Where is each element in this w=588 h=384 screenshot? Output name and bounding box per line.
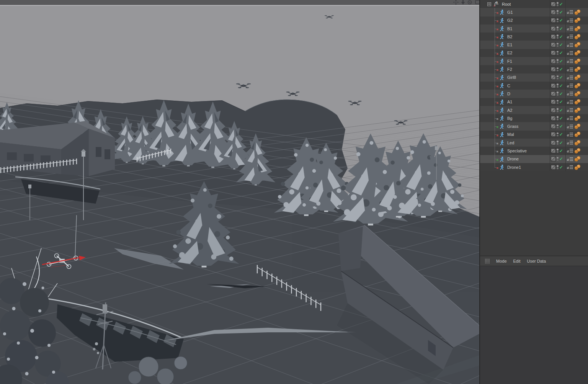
object-row[interactable]: a Drone1 ✓ a <box>480 163 588 171</box>
material-tag-icon[interactable] <box>574 156 581 162</box>
vertex-map-tag-icon[interactable]: a <box>567 108 573 113</box>
material-tag-icon[interactable] <box>574 107 581 113</box>
object-row[interactable]: a Speclative ✓ a <box>480 147 588 155</box>
vertex-map-tag-icon[interactable]: a <box>567 116 573 121</box>
enabled-check-icon[interactable]: ✓ <box>559 2 563 7</box>
layer-swatch[interactable] <box>551 2 556 7</box>
object-row[interactable]: a Girl8 ✓ a <box>480 74 588 82</box>
menu-edit[interactable]: Edit <box>513 259 521 263</box>
visibility-toggles[interactable] <box>557 91 559 96</box>
vertex-map-tag-icon[interactable]: a <box>567 124 573 129</box>
layer-swatch[interactable] <box>551 157 556 162</box>
object-row[interactable]: a Mal ✓ a <box>480 131 588 139</box>
object-row[interactable]: a C ✓ a <box>480 82 588 90</box>
visibility-toggles[interactable] <box>557 2 559 7</box>
expand-collapse-icon[interactable] <box>487 2 491 6</box>
visibility-toggles[interactable] <box>557 67 559 72</box>
enabled-check-icon[interactable]: ✓ <box>559 116 563 121</box>
material-tag-icon[interactable] <box>574 34 581 39</box>
object-manager-panel[interactable]: 0 a Root ✓ a <box>480 0 588 256</box>
visibility-toggles[interactable] <box>557 140 559 145</box>
layer-swatch[interactable] <box>551 91 556 96</box>
object-row[interactable]: a F1 ✓ a <box>480 57 588 65</box>
material-tag-icon[interactable] <box>574 115 581 121</box>
enabled-check-icon[interactable]: ✓ <box>559 10 563 15</box>
visibility-toggles[interactable] <box>557 132 559 137</box>
enabled-check-icon[interactable]: ✓ <box>559 18 563 23</box>
vertex-map-tag-icon[interactable]: a <box>567 165 573 170</box>
layer-swatch[interactable] <box>551 75 556 80</box>
layer-swatch[interactable] <box>551 116 556 121</box>
object-row-root[interactable]: 0 a Root ✓ <box>480 0 588 8</box>
visibility-toggles[interactable] <box>557 99 559 105</box>
enabled-check-icon[interactable]: ✓ <box>559 108 563 113</box>
enabled-check-icon[interactable]: ✓ <box>559 83 563 88</box>
visibility-toggles[interactable] <box>557 75 559 80</box>
vertex-map-tag-icon[interactable]: a <box>567 148 573 154</box>
material-tag-icon[interactable] <box>574 132 581 137</box>
layer-swatch[interactable] <box>551 165 556 170</box>
layer-swatch[interactable] <box>551 34 556 39</box>
object-row[interactable]: a E2 ✓ a <box>480 49 588 57</box>
material-tag-icon[interactable] <box>574 42 581 48</box>
layer-swatch[interactable] <box>551 59 556 64</box>
material-tag-icon[interactable] <box>574 50 581 56</box>
material-tag-icon[interactable] <box>574 91 581 96</box>
visibility-toggles[interactable] <box>557 116 559 121</box>
panel-grid-icon[interactable] <box>485 258 490 263</box>
material-tag-icon[interactable] <box>574 67 581 72</box>
object-row[interactable]: a F2 ✓ a <box>480 65 588 73</box>
vertex-map-tag-icon[interactable]: a <box>567 140 573 145</box>
material-tag-icon[interactable] <box>574 124 581 129</box>
layer-swatch[interactable] <box>551 10 556 15</box>
material-tag-icon[interactable] <box>574 58 581 64</box>
vertex-map-tag-icon[interactable]: a <box>567 75 573 80</box>
enabled-check-icon[interactable]: ✓ <box>559 67 563 72</box>
vertex-map-tag-icon[interactable]: a <box>567 59 573 64</box>
material-tag-icon[interactable] <box>574 9 581 15</box>
enabled-check-icon[interactable]: ✓ <box>559 99 563 105</box>
layer-swatch[interactable] <box>551 124 556 129</box>
layer-swatch[interactable] <box>551 108 556 113</box>
visibility-toggles[interactable] <box>557 148 559 154</box>
enabled-check-icon[interactable]: ✓ <box>559 140 563 145</box>
visibility-toggles[interactable] <box>557 59 559 64</box>
layer-swatch[interactable] <box>551 67 556 72</box>
viewport-3d[interactable] <box>0 0 479 384</box>
enabled-check-icon[interactable]: ✓ <box>559 132 563 137</box>
enabled-check-icon[interactable]: ✓ <box>559 42 563 47</box>
vertex-map-tag-icon[interactable]: a <box>567 10 573 15</box>
object-row-selected[interactable]: a Drone ✓ a <box>480 155 588 163</box>
vertex-map-tag-icon[interactable]: a <box>567 34 573 39</box>
enabled-check-icon[interactable]: ✓ <box>559 165 563 170</box>
enabled-check-icon[interactable]: ✓ <box>559 91 563 96</box>
visibility-toggles[interactable] <box>557 83 559 88</box>
object-row[interactable]: a A1 ✓ a <box>480 98 588 106</box>
material-tag-icon[interactable] <box>574 83 581 88</box>
object-row[interactable]: a A2 ✓ a <box>480 106 588 114</box>
layer-swatch[interactable] <box>551 18 556 23</box>
visibility-toggles[interactable] <box>557 34 559 39</box>
vertex-map-tag-icon[interactable]: a <box>567 83 573 88</box>
enabled-check-icon[interactable]: ✓ <box>559 156 563 162</box>
material-tag-icon[interactable] <box>574 26 581 31</box>
enabled-check-icon[interactable]: ✓ <box>559 59 563 64</box>
visibility-toggles[interactable] <box>557 26 559 31</box>
object-row[interactable]: a B2 ✓ a <box>480 33 588 41</box>
object-row[interactable]: a G2 ✓ a <box>480 16 588 25</box>
enabled-check-icon[interactable]: ✓ <box>559 75 563 80</box>
object-row[interactable]: a E1 ✓ a <box>480 41 588 49</box>
layer-swatch[interactable] <box>551 83 556 88</box>
visibility-toggles[interactable] <box>557 51 559 56</box>
vertex-map-tag-icon[interactable]: a <box>567 99 573 105</box>
layer-swatch[interactable] <box>551 132 556 137</box>
visibility-toggles[interactable] <box>557 108 559 113</box>
visibility-toggles[interactable] <box>557 124 559 129</box>
layer-swatch[interactable] <box>551 140 556 145</box>
vertex-map-tag-icon[interactable]: a <box>567 18 573 23</box>
vertex-map-tag-icon[interactable]: a <box>567 156 573 162</box>
enabled-check-icon[interactable]: ✓ <box>559 148 563 154</box>
visibility-toggles[interactable] <box>557 42 559 47</box>
menu-user-data[interactable]: User Data <box>527 259 546 263</box>
layer-swatch[interactable] <box>551 100 556 105</box>
